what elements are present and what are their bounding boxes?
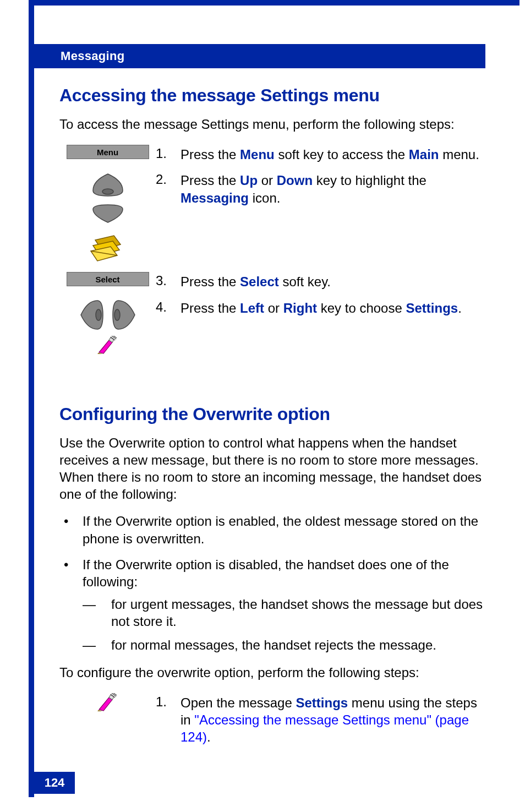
softkey-menu: Menu <box>67 145 149 159</box>
text-frag: Press the <box>181 147 240 162</box>
left-right-icon <box>78 298 138 331</box>
section1-intro: To access the message Settings menu, per… <box>59 116 485 133</box>
dash-text: for normal messages, the handset rejects… <box>111 637 436 652</box>
step-number: 4. <box>156 298 181 315</box>
text-frag: or <box>264 301 283 315</box>
text-frag: key to highlight the <box>313 173 426 188</box>
text-frag: Press the <box>181 173 240 188</box>
side-border <box>29 0 34 797</box>
keyword-main: Main <box>409 147 439 162</box>
page-number: 124 <box>45 776 65 790</box>
bullet-text: If the Overwrite option is enabled, the … <box>83 514 478 546</box>
keyword-messaging: Messaging <box>181 190 249 205</box>
step-text: Press the Up or Down key to highlight th… <box>181 171 485 206</box>
document-page: Messaging Accessing the message Settings… <box>0 0 525 812</box>
steps-list: Menu 1. Press the Menu soft key to acces… <box>59 145 485 354</box>
softkey-label: Menu <box>97 148 118 157</box>
step-row: 2. Press the Up or Down key to highlight… <box>59 171 485 264</box>
svg-marker-8 <box>99 340 112 353</box>
cross-ref-link[interactable]: "Accessing the message Settings menu" (p… <box>181 712 469 744</box>
step-icon-cell: Menu <box>59 145 156 159</box>
keyword-up: Up <box>240 173 258 188</box>
step-number: 3. <box>156 272 181 288</box>
svg-point-7 <box>114 309 120 320</box>
svg-marker-11 <box>99 697 112 711</box>
page-number-box: 124 <box>34 772 75 794</box>
section2-title: Configuring the Overwrite option <box>59 404 485 424</box>
step-icon-cell: Select <box>59 272 156 286</box>
step-text: Press the Left or Right key to choose Se… <box>181 298 485 317</box>
up-down-icon <box>89 171 127 226</box>
step-text: Open the message Settings menu using the… <box>181 693 485 746</box>
messaging-icon <box>89 230 127 264</box>
text-frag: . <box>207 729 211 744</box>
step-number: 1. <box>156 693 181 710</box>
keyword-menu: Menu <box>240 147 275 162</box>
keyword-settings: Settings <box>406 301 458 315</box>
bullet-item: If the Overwrite option is enabled, the … <box>59 513 485 547</box>
step-text: Press the Select soft key. <box>181 272 485 290</box>
settings-icon <box>97 336 119 355</box>
keyword-down: Down <box>277 173 313 188</box>
section1-title: Accessing the message Settings menu <box>59 85 485 106</box>
step-row: 4. Press the Left or Right key to choose… <box>59 298 485 355</box>
text-frag: key to choose <box>317 301 406 315</box>
page-content: Accessing the message Settings menu To a… <box>59 85 485 753</box>
text-frag: . <box>458 301 462 315</box>
svg-point-6 <box>96 309 101 320</box>
settings-icon <box>97 693 119 712</box>
section2: Configuring the Overwrite option Use the… <box>59 404 485 746</box>
bullet-text: If the Overwrite option is disabled, the… <box>83 557 449 589</box>
text-frag: menu. <box>439 147 479 162</box>
step-icon-cell <box>59 171 156 264</box>
section-header: Messaging <box>34 44 485 68</box>
text-frag: soft key to access the <box>275 147 409 162</box>
step-row: 1. Open the message Settings menu using … <box>59 693 485 746</box>
step-row: Menu 1. Press the Menu soft key to acces… <box>59 145 485 163</box>
text-frag: soft key. <box>279 274 331 289</box>
steps-list-2: 1. Open the message Settings menu using … <box>59 693 485 746</box>
step-number: 2. <box>156 171 181 187</box>
text-frag: icon. <box>249 190 280 205</box>
step-text: Press the Menu soft key to access the Ma… <box>181 145 485 163</box>
text-frag: Open the message <box>181 695 296 710</box>
dash-text: for urgent messages, the handset shows t… <box>111 597 483 629</box>
step-number: 1. <box>156 145 181 161</box>
step-icon-cell <box>59 298 156 355</box>
keyword-left: Left <box>240 301 264 315</box>
dash-item: for urgent messages, the handset shows t… <box>83 596 485 630</box>
dash-list: for urgent messages, the handset shows t… <box>83 596 485 654</box>
dash-item: for normal messages, the handset rejects… <box>83 636 485 653</box>
svg-point-0 <box>102 189 113 194</box>
section2-para2: To configure the overwrite option, perfo… <box>59 664 485 681</box>
bullet-list: If the Overwrite option is enabled, the … <box>59 513 485 653</box>
softkey-label: Select <box>95 275 119 284</box>
section-header-text: Messaging <box>61 49 124 63</box>
bullet-item: If the Overwrite option is disabled, the… <box>59 556 485 654</box>
keyword-right: Right <box>283 301 317 315</box>
text-frag: Press the <box>181 301 240 315</box>
text-frag: or <box>258 173 277 188</box>
text-frag: Press the <box>181 274 240 289</box>
keyword-select: Select <box>240 274 279 289</box>
step-icon-cell <box>59 693 156 712</box>
step-row: Select 3. Press the Select soft key. <box>59 272 485 290</box>
keyword-settings: Settings <box>296 695 348 710</box>
top-border <box>29 0 519 6</box>
softkey-select: Select <box>67 272 149 286</box>
section2-intro: Use the Overwrite option to control what… <box>59 434 485 503</box>
